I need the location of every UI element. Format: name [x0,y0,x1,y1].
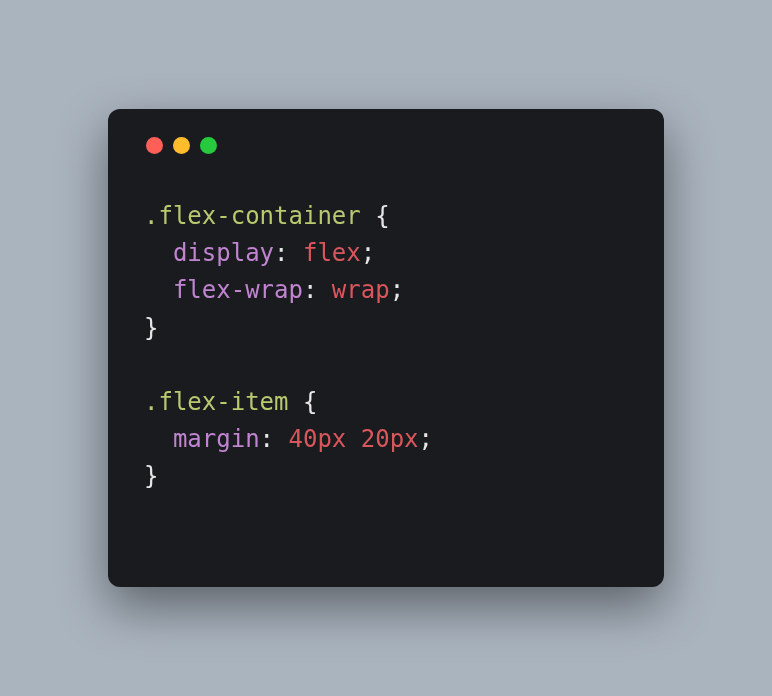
code-block: .flex-container { display: flex; flex-wr… [144,198,628,496]
close-brace: } [144,314,158,342]
code-window: .flex-container { display: flex; flex-wr… [108,109,664,587]
css-property: margin [173,425,260,453]
minimize-icon[interactable] [173,137,190,154]
close-icon[interactable] [146,137,163,154]
open-brace: { [289,388,318,416]
css-property: flex-wrap [173,276,303,304]
semicolon: ; [419,425,433,453]
maximize-icon[interactable] [200,137,217,154]
semicolon: ; [361,239,375,267]
close-brace: } [144,462,158,490]
indent [144,425,173,453]
css-value: wrap [332,276,390,304]
css-selector: .flex-item [144,388,289,416]
indent [144,239,173,267]
css-property: display [173,239,274,267]
colon: : [260,425,289,453]
traffic-lights [146,137,628,154]
css-value: flex [303,239,361,267]
open-brace: { [361,202,390,230]
semicolon: ; [390,276,404,304]
colon: : [274,239,303,267]
css-selector: .flex-container [144,202,361,230]
css-value: 40px 20px [289,425,419,453]
indent [144,276,173,304]
colon: : [303,276,332,304]
